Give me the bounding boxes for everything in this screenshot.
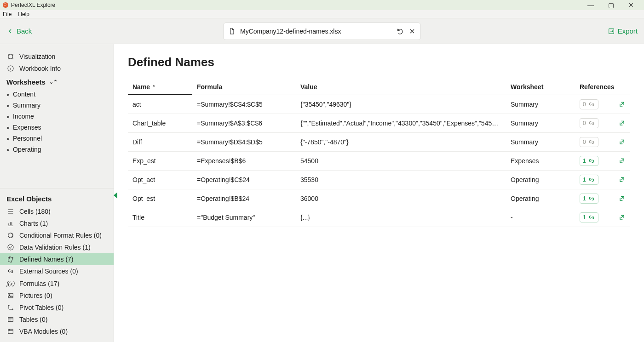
info-icon xyxy=(6,65,15,72)
sidebar-item-workbook-info[interactable]: Workbook Info xyxy=(0,63,114,74)
ext-icon xyxy=(6,268,15,275)
row-export-button[interactable] xyxy=(618,194,626,202)
cell-value: 54500 xyxy=(296,151,506,170)
worksheet-item-expenses[interactable]: ▸Expenses xyxy=(0,122,114,133)
window-minimize-button[interactable]: — xyxy=(581,1,601,9)
object-item-label: Charts (1) xyxy=(19,220,48,227)
cell-name: Exp_est xyxy=(128,151,192,170)
object-item-vba[interactable]: VBA Modules (0) xyxy=(0,325,114,337)
cell-formula: =Summary!$A$3:$C$6 xyxy=(192,114,296,132)
cell-value: 36000 xyxy=(296,189,506,208)
references-pill[interactable]: 0 xyxy=(580,99,598,109)
caret-right-icon: ▸ xyxy=(7,92,11,97)
cell-actions xyxy=(612,132,630,151)
object-item-charts[interactable]: Charts (1) xyxy=(0,217,114,229)
cell-worksheet: Expenses xyxy=(506,151,575,170)
object-item-conditional-formats[interactable]: Conditional Format Rules (0) xyxy=(0,229,114,241)
defined-names-table: Name˄ Formula Value Worksheet References… xyxy=(128,80,630,227)
sidebar-item-visualization[interactable]: Visualization xyxy=(0,51,114,63)
row-export-button[interactable] xyxy=(618,100,626,108)
cell-name: act xyxy=(128,95,192,114)
content-area: Visualization Workbook Info Worksheets ⌄… xyxy=(0,44,644,342)
cell-formula: =Summary!$D$4:$D$5 xyxy=(192,132,296,151)
worksheet-item-operating[interactable]: ▸Operating xyxy=(0,144,114,155)
references-pill[interactable]: 1 xyxy=(580,156,598,166)
file-name: MyCompany12-defined-names.xlsx xyxy=(240,28,392,35)
close-file-icon[interactable] xyxy=(408,28,416,35)
table-row[interactable]: Opt_est=Operating!$B$2436000Operating1 xyxy=(128,189,630,208)
undo-icon[interactable] xyxy=(397,28,404,35)
object-item-defined-names[interactable]: Defined Names (7) xyxy=(0,253,114,265)
table-row[interactable]: Title="Budget Summary"{...}-1 xyxy=(128,208,630,227)
worksheet-item-content[interactable]: ▸Content xyxy=(0,89,114,100)
row-export-button[interactable] xyxy=(618,176,626,183)
col-header-formula[interactable]: Formula xyxy=(192,80,296,95)
pivot-icon xyxy=(6,304,15,311)
worksheet-item-personnel[interactable]: ▸Personnel xyxy=(0,133,114,144)
cell-actions xyxy=(612,189,630,208)
table-row[interactable]: Diff=Summary!$D$4:$D$5{"-7850","-4870"}S… xyxy=(128,132,630,151)
app-icon xyxy=(3,2,8,8)
row-export-button[interactable] xyxy=(618,157,626,165)
sidebar-lower: Excel Objects Cells (180) Charts (1) Con… xyxy=(0,188,114,342)
references-pill[interactable]: 1 xyxy=(580,194,598,204)
object-item-pivot-tables[interactable]: Pivot Tables (0) xyxy=(0,302,114,314)
back-button[interactable]: Back xyxy=(6,27,32,35)
file-icon xyxy=(228,28,236,35)
worksheets-section[interactable]: Worksheets ⌄⌃ xyxy=(0,74,114,89)
svg-point-4 xyxy=(12,58,13,59)
dv-icon xyxy=(6,244,15,251)
caret-right-icon: ▸ xyxy=(7,103,11,108)
table-row[interactable]: Opt_act=Operating!$C$2435530Operating1 xyxy=(128,170,630,189)
object-item-label: Pivot Tables (0) xyxy=(19,304,63,311)
table-row[interactable]: act=Summary!$C$4:$C$5{"35450","49630"}Su… xyxy=(128,95,630,114)
cell-name: Opt_act xyxy=(128,170,192,189)
export-button[interactable]: Export xyxy=(608,27,638,35)
worksheet-item-summary[interactable]: ▸Summary xyxy=(0,100,114,111)
svg-rect-9 xyxy=(8,293,13,297)
object-item-pictures[interactable]: Pictures (0) xyxy=(0,290,114,302)
worksheets-title: Worksheets xyxy=(6,78,46,86)
references-pill[interactable]: 1 xyxy=(580,212,598,222)
svg-point-2 xyxy=(12,54,13,56)
col-header-references[interactable]: References xyxy=(575,80,612,95)
object-item-tables[interactable]: Tables (0) xyxy=(0,314,114,325)
arrow-left-icon xyxy=(6,28,14,35)
table-row[interactable]: Chart_table=Summary!$A$3:$C$6{"","Estima… xyxy=(128,114,630,132)
object-item-formulas[interactable]: f(x) Formulas (17) xyxy=(0,277,114,290)
col-header-name[interactable]: Name˄ xyxy=(128,80,192,95)
references-pill[interactable]: 1 xyxy=(580,175,598,185)
object-item-cells[interactable]: Cells (180) xyxy=(0,205,114,217)
table-row[interactable]: Exp_est=Expenses!$B$654500Expenses1 xyxy=(128,151,630,170)
col-header-value[interactable]: Value xyxy=(296,80,506,95)
table-header-row: Name˄ Formula Value Worksheet References xyxy=(128,80,630,95)
cell-value: {"-7850","-4870"} xyxy=(296,132,506,151)
row-export-button[interactable] xyxy=(618,213,626,221)
row-export-button[interactable] xyxy=(618,119,626,127)
window-close-button[interactable]: ✕ xyxy=(621,1,641,9)
object-item-label: Pictures (0) xyxy=(19,292,52,299)
cells-icon xyxy=(6,208,15,215)
cell-worksheet: Summary xyxy=(506,95,575,114)
references-pill[interactable]: 0 xyxy=(580,118,598,128)
window-maximize-button[interactable]: ▢ xyxy=(601,1,621,9)
cell-actions xyxy=(612,95,630,114)
row-export-button[interactable] xyxy=(618,138,626,146)
object-item-label: External Sources (0) xyxy=(19,268,78,275)
cell-worksheet: Operating xyxy=(506,170,575,189)
object-item-data-validation[interactable]: Data Validation Rules (1) xyxy=(0,241,114,253)
caret-right-icon: ▸ xyxy=(7,114,11,119)
file-chip: MyCompany12-defined-names.xlsx xyxy=(223,23,421,40)
svg-rect-11 xyxy=(8,317,13,321)
references-pill[interactable]: 0 xyxy=(580,137,598,147)
col-header-worksheet[interactable]: Worksheet xyxy=(506,80,575,95)
cell-name: Opt_est xyxy=(128,189,192,208)
object-item-label: Formulas (17) xyxy=(19,280,59,287)
worksheet-label: Content xyxy=(13,91,35,98)
worksheet-item-income[interactable]: ▸Income xyxy=(0,111,114,122)
sidebar-collapse-handle[interactable] xyxy=(114,192,117,199)
menu-help[interactable]: Help xyxy=(18,11,29,17)
object-item-external-sources[interactable]: External Sources (0) xyxy=(0,265,114,277)
cell-formula: =Operating!$B$24 xyxy=(192,189,296,208)
menu-file[interactable]: File xyxy=(3,11,12,17)
